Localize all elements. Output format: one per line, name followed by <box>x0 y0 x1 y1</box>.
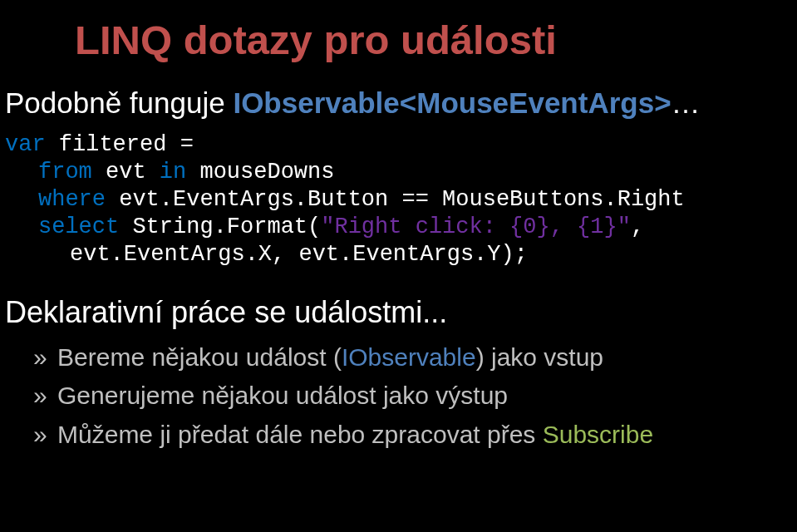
section-heading: Deklarativní práce se událostmi... <box>0 295 797 330</box>
code-line-3: where evt.EventArgs.Button == MouseButto… <box>5 186 797 214</box>
kw-in: in <box>160 160 186 185</box>
code-text: , <box>631 214 644 239</box>
list-item: » Generujeme nějakou událost jako výstup <box>33 377 797 416</box>
bullet-highlight: IObservable <box>342 343 476 371</box>
list-item: » Bereme nějakou událost (IObservable) j… <box>33 338 797 377</box>
slide-container: LINQ dotazy pro události Podobně funguje… <box>0 0 797 454</box>
bullet-marker: » <box>33 416 47 455</box>
code-text: evt.EventArgs.X, evt.EventArgs.Y); <box>70 242 528 267</box>
list-item: » Můžeme ji předat dále nebo zpracovat p… <box>33 416 797 455</box>
kw-from: from <box>38 160 92 185</box>
kw-var: var <box>5 132 46 157</box>
code-text: mouseDowns <box>186 160 334 185</box>
bullet-pre: Generujeme nějakou událost jako výstup <box>51 382 508 409</box>
bullet-marker: » <box>33 338 47 377</box>
subtitle-highlight: IObservable<MouseEventArgs> <box>233 86 671 119</box>
code-string: "Right click: {0}, {1}" <box>321 214 631 239</box>
slide-title: LINQ dotazy pro události <box>0 17 797 63</box>
bullet-post: ) jako vstup <box>476 343 603 371</box>
code-text: evt.EventArgs.Button == MouseButtons.Rig… <box>106 187 685 212</box>
subtitle-prefix: Podobně funguje <box>5 86 233 119</box>
subtitle-suffix: … <box>672 86 701 119</box>
bullet-pre: Můžeme ji předat dále nebo zpracovat pře… <box>51 421 543 448</box>
bullet-pre: Bereme nějakou událost ( <box>51 343 342 371</box>
bullet-marker: » <box>33 377 47 416</box>
code-block: var filtered = from evt in mouseDowns wh… <box>0 131 797 268</box>
code-text: filtered = <box>46 132 194 157</box>
slide-subtitle: Podobně funguje IObservable<MouseEventAr… <box>0 86 797 120</box>
code-line-1: var filtered = <box>5 131 797 159</box>
kw-where: where <box>38 187 106 212</box>
code-line-5: evt.EventArgs.X, evt.EventArgs.Y); <box>5 241 797 268</box>
code-line-2: from evt in mouseDowns <box>5 159 797 186</box>
bullet-highlight: Subscribe <box>543 421 653 448</box>
code-text: String.Format( <box>119 214 321 239</box>
kw-select: select <box>38 214 119 239</box>
bullet-list: » Bereme nějakou událost (IObservable) j… <box>0 338 797 455</box>
code-text: evt <box>92 160 160 185</box>
code-line-4: select String.Format("Right click: {0}, … <box>5 214 797 241</box>
